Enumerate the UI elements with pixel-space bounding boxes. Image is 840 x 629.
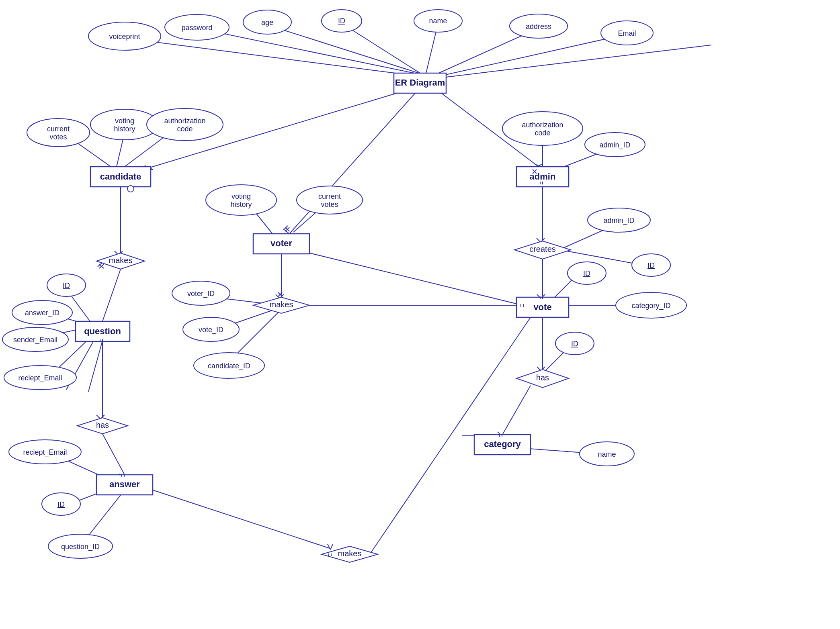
- svg-line-6: [442, 34, 627, 76]
- attr-email-label: Email: [618, 29, 636, 37]
- attr-reciept-email-q-label: reciept_Email: [18, 374, 62, 382]
- svg-line-41: [153, 490, 330, 548]
- rel-has-vote-cat-label: has: [536, 373, 549, 382]
- attr-candidate-id-label: candidate_ID: [208, 362, 250, 370]
- attr-id-has-label: ID: [571, 340, 578, 348]
- attr-id-user-label: ID: [338, 17, 345, 25]
- attr-reciept-email-ans-label: reciept_Email: [23, 448, 67, 457]
- attr-admin-id-label: admin_ID: [599, 141, 630, 149]
- partial-participation-candidate: [127, 186, 134, 192]
- svg-line-40: [86, 490, 125, 538]
- svg-line-51: [237, 311, 279, 353]
- entity-category-label: category: [484, 439, 521, 449]
- svg-line-76: [293, 249, 522, 305]
- svg-line-11: [289, 90, 418, 234]
- attr-voting-history-voter-label: voting: [232, 192, 251, 200]
- rel-has-q-ans-label: has: [96, 421, 109, 429]
- svg-line-3: [342, 23, 420, 73]
- entity-answer-label: answer: [109, 479, 140, 489]
- attr-sender-email-label: sender_Email: [13, 336, 57, 344]
- attr-answer-id-label: answer_ID: [25, 309, 59, 317]
- attr-age-label: age: [261, 18, 273, 27]
- attr-voting-history-cand-label2: history: [114, 125, 135, 133]
- er-diagram: ER Diagram candidate voter admin vote qu…: [0, 0, 840, 629]
- rel-makes-voter-vote-label: makes: [270, 300, 293, 309]
- attr-current-votes-voter-label2: votes: [321, 200, 338, 208]
- attr-voting-history-cand-label: voting: [115, 117, 134, 125]
- entity-candidate-label: candidate: [100, 172, 141, 182]
- rel-makes-ans-label: makes: [338, 549, 362, 558]
- attr-auth-code-cand-label: authorization: [164, 117, 205, 125]
- rel-makes-cand-question-label: makes: [109, 256, 133, 265]
- attr-address-label: address: [526, 22, 551, 31]
- attr-question-id-label: question_ID: [61, 543, 100, 551]
- attr-admin-id-creates-label: admin_ID: [603, 216, 634, 225]
- svg-line-31: [88, 341, 102, 392]
- svg-line-23: [102, 269, 121, 321]
- svg-line-42: [328, 544, 330, 549]
- attr-id-vote-label: ID: [583, 270, 590, 278]
- svg-line-35: [102, 434, 125, 475]
- attr-name-category-label: name: [598, 450, 616, 458]
- attr-voiceprint-label: voiceprint: [109, 33, 140, 41]
- attr-current-votes-voter-label: current: [318, 192, 341, 200]
- attr-auth-code-admin-label2: code: [535, 129, 550, 137]
- svg-line-43: [330, 544, 333, 549]
- attr-current-votes-cand-label2: votes: [49, 133, 67, 141]
- svg-line-7: [446, 45, 711, 77]
- attr-category-id-label: category_ID: [631, 302, 670, 310]
- attr-id-question-label: ID: [63, 282, 70, 290]
- attr-current-votes-cand-label: current: [47, 125, 70, 133]
- rel-creates-label: creates: [529, 245, 556, 253]
- svg-line-70: [502, 386, 531, 435]
- attr-auth-code-admin-label: authorization: [522, 121, 563, 129]
- entity-vote-label: vote: [533, 302, 551, 312]
- entity-question-label: question: [84, 326, 121, 336]
- attr-voter-id-label: voter_ID: [187, 290, 215, 298]
- attr-vote-id-label: vote_ID: [199, 326, 223, 334]
- entity-voter-label: voter: [270, 238, 292, 248]
- attr-name-user-label: name: [429, 17, 447, 25]
- entity-user-label: ER Diagram: [395, 78, 445, 88]
- attr-id-creates-label: ID: [647, 261, 655, 270]
- attr-auth-code-cand-label2: code: [177, 125, 193, 133]
- attr-voting-history-voter-label2: history: [230, 200, 252, 208]
- svg-line-1: [197, 28, 420, 74]
- attr-password-label: password: [181, 24, 212, 32]
- attr-id-answer-label: ID: [57, 500, 65, 509]
